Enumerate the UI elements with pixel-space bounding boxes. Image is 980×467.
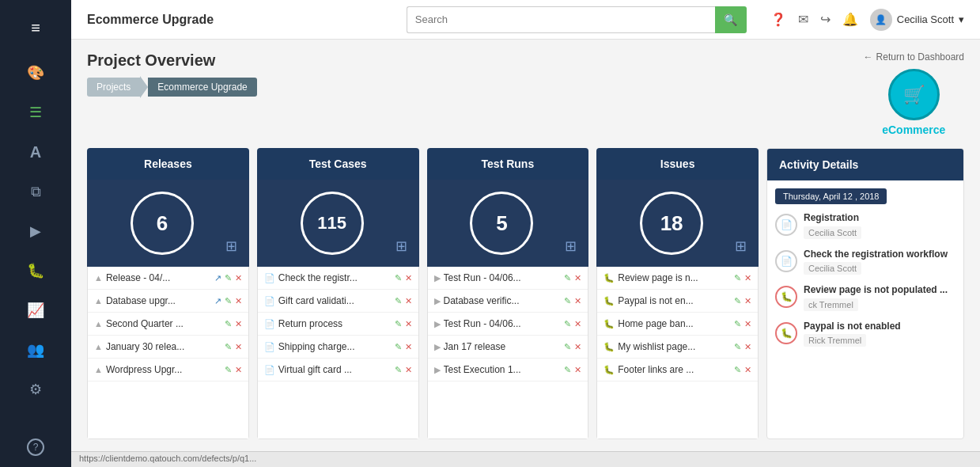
tr-delete-0[interactable]: ✕ (574, 273, 581, 283)
search-button[interactable]: 🔍 (715, 6, 747, 33)
item-edit-1[interactable]: ✎ (225, 296, 232, 306)
item-delete-2[interactable]: ✕ (235, 319, 242, 329)
tr-icon-0: ▶ (434, 273, 441, 283)
item-edit-4[interactable]: ✎ (225, 365, 232, 375)
test-cases-card: Test Cases 115 ⊞ 📄 Check the registr... … (257, 148, 419, 439)
issue-delete-1[interactable]: ✕ (744, 296, 751, 306)
list-item: ▶ Jan 17 release ✎ ✕ (428, 336, 588, 359)
tc-edit-3[interactable]: ✎ (395, 342, 402, 352)
tr-delete-2[interactable]: ✕ (574, 319, 581, 329)
releases-add-button[interactable]: ⊞ (225, 237, 237, 255)
search-icon: 🔍 (724, 13, 737, 26)
tc-edit-4[interactable]: ✎ (395, 365, 402, 375)
issue-icon-2: 🐛 (604, 319, 615, 329)
issues-add-button[interactable]: ⊞ (735, 237, 747, 255)
tr-edit-0[interactable]: ✎ (564, 273, 571, 283)
item-delete-0[interactable]: ✕ (235, 273, 242, 283)
tr-delete-4[interactable]: ✕ (574, 365, 581, 375)
issue-edit-0[interactable]: ✎ (734, 273, 741, 283)
sidebar-item-play[interactable]: ▶ (0, 211, 71, 251)
tc-delete-0[interactable]: ✕ (405, 273, 412, 283)
tr-edit-2[interactable]: ✎ (564, 319, 571, 329)
tr-icon-1: ▶ (434, 296, 441, 306)
header-icons: ❓ ✉ ↪ 🔔 👤 Cecilia Scott ▾ (770, 9, 964, 31)
release-icon-2: ▲ (94, 319, 103, 328)
sidebar-item-font[interactable]: A (0, 132, 71, 173)
item-edit-2[interactable]: ✎ (225, 319, 232, 329)
share-icon[interactable]: ↪ (820, 12, 831, 27)
breadcrumb-current[interactable]: Ecommerce Upgrade (148, 78, 256, 97)
activity-title-1: Check the registration workflow (804, 249, 955, 261)
list-item: ▲ Release - 04/... ↗ ✎ ✕ (88, 267, 248, 290)
bell-icon[interactable]: 🔔 (842, 12, 858, 27)
help-circle-icon[interactable]: ❓ (770, 12, 786, 27)
activity-panel: Activity Details Thursday, April 12 , 20… (766, 148, 964, 439)
list-item: 📄 Gift card validati... ✎ ✕ (258, 290, 418, 313)
item-edit-0[interactable]: ✎ (225, 273, 232, 283)
issue-edit-1[interactable]: ✎ (734, 296, 741, 306)
tr-edit-1[interactable]: ✎ (564, 296, 571, 306)
bug-icon: 🐛 (27, 262, 44, 279)
issue-delete-0[interactable]: ✕ (744, 273, 751, 283)
list-item: 🐛 Footer links are ... ✎ ✕ (597, 359, 758, 382)
item-text: Gift card validati... (278, 295, 392, 306)
tc-edit-1[interactable]: ✎ (395, 296, 402, 306)
item-text: Paypal is not en... (618, 295, 731, 306)
status-bar: https://clientdemo.qatouch.com/defects/p… (71, 451, 980, 467)
breadcrumb-projects[interactable]: Projects (87, 78, 140, 97)
item-edit-3[interactable]: ✎ (225, 342, 232, 352)
tr-edit-4[interactable]: ✎ (564, 365, 571, 375)
issue-delete-3[interactable]: ✕ (744, 342, 751, 352)
sidebar-item-copy[interactable]: ⧉ (0, 173, 71, 211)
item-delete-3[interactable]: ✕ (235, 342, 242, 352)
sidebar-item-chart[interactable]: 📈 (0, 290, 71, 330)
activity-doc-icon-0: 📄 (775, 214, 797, 236)
sidebar-item-palette[interactable]: 🎨 (0, 53, 71, 93)
tc-delete-3[interactable]: ✕ (405, 342, 412, 352)
content-area: Project Overview Projects Ecommerce Upgr… (71, 40, 980, 451)
activity-text-0: Registration Cecilia Scott (804, 212, 955, 239)
item-navigate-0[interactable]: ↗ (214, 273, 221, 283)
sidebar-item-bug[interactable]: 🐛 (0, 251, 71, 290)
mail-icon[interactable]: ✉ (798, 12, 808, 27)
test-runs-card: Test Runs 5 ⊞ ▶ Test Run - 04/06... ✎ ✕ (427, 148, 589, 439)
breadcrumb-arrow (140, 76, 148, 98)
return-to-dashboard[interactable]: ← Return to Dashboard (864, 51, 964, 63)
item-delete-4[interactable]: ✕ (235, 365, 242, 375)
activity-entry-3: 🐛 Paypal is not enabled Rick Tremmel (775, 321, 955, 347)
issue-edit-3[interactable]: ✎ (734, 342, 741, 352)
item-text: Wordpress Upgr... (106, 364, 221, 375)
releases-circle-area: 6 ⊞ (87, 180, 249, 267)
activity-text-3: Paypal is not enabled Rick Tremmel (804, 321, 955, 347)
tc-delete-4[interactable]: ✕ (405, 365, 412, 375)
issue-delete-2[interactable]: ✕ (744, 319, 751, 329)
sidebar-item-menu[interactable]: ≡ (0, 8, 71, 53)
item-delete-1[interactable]: ✕ (235, 296, 242, 306)
issue-edit-2[interactable]: ✎ (734, 319, 741, 329)
sidebar-item-users[interactable]: 👥 (0, 330, 71, 370)
tc-edit-0[interactable]: ✎ (395, 273, 402, 283)
tr-delete-1[interactable]: ✕ (574, 296, 581, 306)
search-input[interactable] (407, 6, 715, 33)
activity-text-2: Review page is not populated ... ck Trem… (804, 284, 955, 311)
tc-delete-1[interactable]: ✕ (405, 296, 412, 306)
issue-delete-4[interactable]: ✕ (744, 365, 751, 375)
tr-edit-3[interactable]: ✎ (564, 342, 571, 352)
user-menu[interactable]: 👤 Cecilia Scott ▾ (870, 9, 964, 31)
test-cases-add-button[interactable]: ⊞ (395, 237, 407, 255)
list-item: ▲ Second Quarter ... ✎ ✕ (88, 313, 248, 336)
tc-icon-4: 📄 (264, 365, 275, 375)
item-text: Database upgr... (106, 295, 211, 306)
tc-edit-2[interactable]: ✎ (395, 319, 402, 329)
test-runs-add-button[interactable]: ⊞ (565, 237, 577, 255)
issue-edit-4[interactable]: ✎ (734, 365, 741, 375)
sidebar-item-list[interactable]: ☰ (0, 93, 71, 132)
test-runs-items-list: ▶ Test Run - 04/06... ✎ ✕ ▶ Database ver… (427, 267, 589, 439)
sidebar-item-help[interactable]: ? (0, 427, 71, 467)
tc-delete-2[interactable]: ✕ (405, 319, 412, 329)
tr-delete-3[interactable]: ✕ (574, 342, 581, 352)
sidebar-item-settings[interactable]: ⚙ (0, 370, 71, 409)
list-item: 🐛 Home page ban... ✎ ✕ (597, 313, 758, 336)
list-item: 🐛 Paypal is not en... ✎ ✕ (597, 290, 758, 313)
item-navigate-1[interactable]: ↗ (214, 296, 221, 306)
